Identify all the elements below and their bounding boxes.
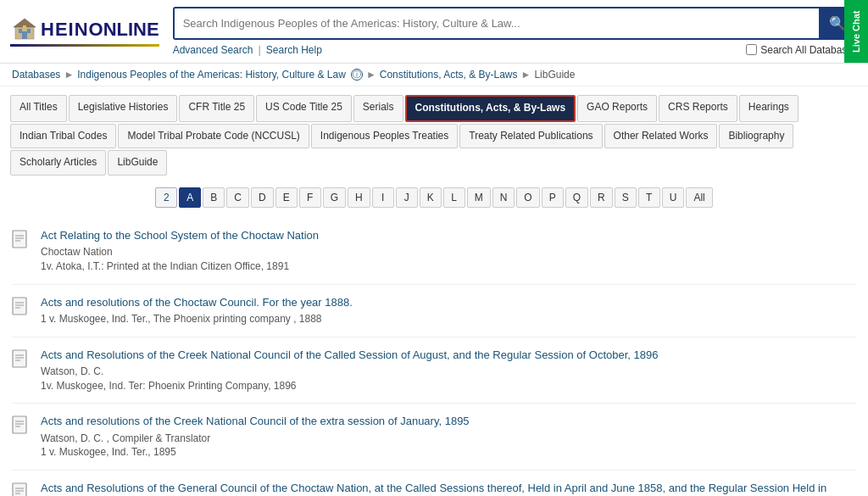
alpha-btn-all[interactable]: All	[686, 187, 712, 208]
alpha-btn-e[interactable]: E	[275, 187, 298, 208]
logo-underline	[10, 44, 159, 47]
breadcrumb-info-icon[interactable]: ⓘ	[351, 69, 363, 81]
tab-bibliography[interactable]: Bibliography	[719, 124, 793, 149]
live-chat-button[interactable]: Live Chat	[844, 0, 868, 63]
document-icon	[12, 230, 29, 253]
alpha-btn-o[interactable]: O	[516, 187, 539, 208]
alpha-btn-q[interactable]: Q	[565, 187, 588, 208]
svg-rect-4	[22, 31, 27, 39]
tab-crs-reports[interactable]: CRS Reports	[659, 95, 737, 122]
search-bar: 🔍	[173, 7, 858, 40]
tab-libguide[interactable]: LibGuide	[108, 150, 167, 176]
search-all-checkbox[interactable]	[746, 44, 757, 55]
alpha-btn-t[interactable]: T	[638, 187, 660, 208]
alpha-btn-j[interactable]: J	[396, 187, 418, 208]
tabs-area: All TitlesLegislative HistoriesCFR Title…	[0, 86, 868, 176]
breadcrumb-database-name[interactable]: Indigenous Peoples of the Americas: Hist…	[77, 69, 346, 81]
tab-all-titles[interactable]: All Titles	[10, 95, 67, 122]
search-links: Advanced Search | Search Help Search All…	[173, 43, 858, 56]
search-area: 🔍 Advanced Search | Search Help Search A…	[173, 7, 858, 56]
svg-rect-6	[13, 231, 26, 248]
search-all-area: Search All Databases	[746, 44, 858, 56]
result-meta-3: Watson, D. C. , Compiler & Translator1 v…	[41, 432, 856, 460]
logo-top: HEINONLINE	[10, 17, 159, 42]
logo-building-icon	[10, 17, 39, 42]
result-content-2: Acts and Resolutions of the Creek Nation…	[41, 348, 856, 393]
document-icon	[12, 482, 29, 496]
result-content-4: Acts and Resolutions of the General Coun…	[41, 481, 856, 496]
result-content-1: Acts and resolutions of the Choctaw Coun…	[41, 295, 856, 326]
tab-indian-tribal-codes[interactable]: Indian Tribal Codes	[10, 124, 116, 149]
result-title-3[interactable]: Acts and resolutions of the Creek Nation…	[41, 415, 470, 427]
alpha-btn-m[interactable]: M	[467, 187, 491, 208]
breadcrumb-section[interactable]: Constitutions, Acts, & By-Laws	[380, 69, 518, 81]
result-title-2[interactable]: Acts and Resolutions of the Creek Nation…	[41, 348, 658, 361]
svg-rect-22	[13, 483, 26, 496]
alpha-btn-k[interactable]: K	[420, 187, 442, 208]
result-title-0[interactable]: Act Relating to the School System of the…	[41, 229, 319, 242]
alpha-btn-g[interactable]: G	[323, 187, 346, 208]
alpha-btn-f[interactable]: F	[299, 187, 321, 208]
tabs-row-2: Indian Tribal CodesModel Tribal Probate …	[10, 124, 858, 176]
breadcrumb-databases[interactable]: Databases	[12, 69, 60, 81]
tab-serials[interactable]: Serials	[353, 95, 403, 122]
svg-rect-18	[13, 416, 26, 433]
tab-legislative-histories[interactable]: Legislative Histories	[69, 95, 178, 122]
logo-text: HEINONLINE	[41, 19, 159, 41]
breadcrumb-current: LibGuide	[534, 69, 575, 81]
alpha-btn-i[interactable]: I	[372, 187, 394, 208]
alpha-nav: 2ABCDEFGHIJKLMNOPQRSTUAll	[0, 177, 868, 215]
svg-rect-14	[13, 350, 26, 367]
document-icon	[12, 297, 29, 320]
header: HEINONLINE 🔍 Advanced Search | Search He…	[0, 0, 868, 64]
svg-rect-2	[19, 29, 22, 33]
document-icon	[12, 415, 29, 438]
advanced-search-link[interactable]: Advanced Search	[173, 44, 253, 56]
tab-scholarly-articles[interactable]: Scholarly Articles	[10, 150, 106, 176]
alpha-btn-l[interactable]: L	[443, 187, 465, 208]
result-item-4: Acts and Resolutions of the General Coun…	[12, 471, 856, 496]
tab-treaty-related[interactable]: Treaty Related Publications	[459, 124, 602, 149]
tab-us-code-title-25[interactable]: US Code Title 25	[256, 95, 352, 122]
result-item-3: Acts and resolutions of the Creek Nation…	[12, 404, 856, 471]
tab-indigenous-peoples-treaties[interactable]: Indigenous Peoples Treaties	[311, 124, 458, 149]
search-help-link[interactable]: Search Help	[266, 44, 322, 56]
tab-constitutions-acts[interactable]: Constitutions, Acts, & By-Laws	[405, 95, 576, 122]
result-content-3: Acts and resolutions of the Creek Nation…	[41, 414, 856, 460]
result-title-1[interactable]: Acts and resolutions of the Choctaw Coun…	[41, 296, 353, 309]
alpha-btn-d[interactable]: D	[251, 187, 274, 208]
breadcrumb: Databases ► Indigenous Peoples of the Am…	[0, 64, 868, 86]
alpha-btn-c[interactable]: C	[226, 187, 249, 208]
alpha-btn-s[interactable]: S	[615, 187, 637, 208]
alpha-btn-b[interactable]: B	[203, 187, 225, 208]
search-all-label: Search All Databases	[760, 44, 858, 56]
result-meta-1: 1 v. Muskogee, Ind. Ter., The Phoenix pr…	[41, 312, 856, 326]
alpha-btn-n[interactable]: N	[492, 187, 515, 208]
search-input[interactable]	[175, 10, 819, 36]
alpha-btn-a[interactable]: A	[179, 187, 201, 208]
alpha-btn-number[interactable]: 2	[155, 187, 177, 208]
tab-model-tribal[interactable]: Model Tribal Probate Code (NCCUSL)	[118, 124, 309, 149]
search-divider: |	[258, 43, 260, 56]
result-item-0: Act Relating to the School System of the…	[12, 218, 856, 285]
alpha-btn-p[interactable]: P	[542, 187, 564, 208]
tab-cfr-title-25[interactable]: CFR Title 25	[179, 95, 254, 122]
results-list: Act Relating to the School System of the…	[0, 215, 868, 496]
tab-other-related[interactable]: Other Related Works	[604, 124, 718, 149]
tab-hearings[interactable]: Hearings	[739, 95, 798, 122]
svg-rect-5	[23, 25, 26, 29]
tabs-row-1: All TitlesLegislative HistoriesCFR Title…	[10, 95, 858, 122]
result-content-0: Act Relating to the School System of the…	[41, 228, 856, 274]
result-meta-2: Watson, D. C.1v. Muskogee, Ind. Ter: Pho…	[41, 365, 856, 393]
result-item-1: Acts and resolutions of the Choctaw Coun…	[12, 285, 856, 337]
alpha-btn-h[interactable]: H	[348, 187, 370, 208]
svg-rect-3	[27, 29, 31, 33]
alpha-btn-r[interactable]: R	[590, 187, 613, 208]
svg-rect-10	[13, 298, 26, 315]
result-item-2: Acts and Resolutions of the Creek Nation…	[12, 337, 856, 404]
alpha-btn-u[interactable]: U	[662, 187, 685, 208]
tab-gao-reports[interactable]: GAO Reports	[577, 95, 657, 122]
document-icon	[12, 349, 29, 372]
result-title-4[interactable]: Acts and Resolutions of the General Coun…	[41, 482, 826, 496]
logo-area: HEINONLINE	[10, 17, 159, 47]
